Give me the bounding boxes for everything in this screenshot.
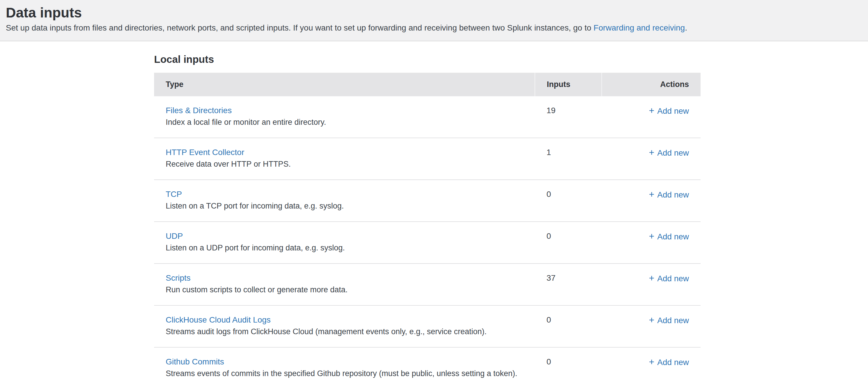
input-type-link[interactable]: Scripts [166,273,191,282]
input-type-link[interactable]: Files & Directories [166,106,232,115]
type-cell: Files & Directories Index a local file o… [154,96,535,138]
input-type-description: Streams events of commits in the specifi… [166,368,523,379]
column-header-inputs: Inputs [535,73,602,96]
inputs-table-body: Files & Directories Index a local file o… [154,96,701,388]
type-cell: HTTP Event Collector Receive data over H… [154,138,535,180]
inputs-count: 0 [535,180,602,221]
actions-cell: +Add new [602,347,701,388]
input-type-description: Receive data over HTTP or HTTPS. [166,158,523,170]
inputs-table: Type Inputs Actions Files & Directories … [154,73,701,388]
add-new-label: Add new [657,190,689,199]
page-title: Data inputs [6,5,859,21]
actions-cell: +Add new [602,138,701,180]
input-type-description: Index a local file or monitor an entire … [166,117,523,128]
page-subtitle: Set up data inputs from files and direct… [6,23,859,33]
type-cell: TCP Listen on a TCP port for incoming da… [154,180,535,221]
plus-icon: + [649,315,654,325]
input-type-description: Run custom scripts to collect or generat… [166,284,523,295]
inputs-count: 19 [535,96,602,138]
plus-icon: + [649,189,654,200]
plus-icon: + [649,231,654,241]
add-new-link[interactable]: +Add new [649,358,689,367]
input-type-description: Streams audit logs from ClickHouse Cloud… [166,326,523,337]
table-row: ClickHouse Cloud Audit Logs Streams audi… [154,305,701,347]
add-new-link[interactable]: +Add new [649,107,689,116]
table-row: Files & Directories Index a local file o… [154,96,701,138]
actions-cell: +Add new [602,221,701,264]
add-new-label: Add new [657,316,689,325]
add-new-link[interactable]: +Add new [649,316,689,325]
actions-cell: +Add new [602,305,701,347]
add-new-link[interactable]: +Add new [649,232,689,241]
column-header-type: Type [154,73,535,96]
type-cell: UDP Listen on a UDP port for incoming da… [154,221,535,264]
forwarding-and-receiving-link[interactable]: Forwarding and receiving [594,23,685,32]
add-new-link[interactable]: +Add new [649,148,689,157]
inputs-table-header: Type Inputs Actions [154,73,701,96]
actions-cell: +Add new [602,180,701,221]
input-type-link[interactable]: UDP [166,232,183,241]
plus-icon: + [649,273,654,283]
plus-icon: + [649,147,654,158]
inputs-count: 0 [535,221,602,264]
subtitle-period: . [685,23,687,32]
page-header: Data inputs Set up data inputs from file… [0,0,868,41]
add-new-label: Add new [657,107,689,116]
type-cell: Scripts Run custom scripts to collect or… [154,264,535,305]
input-type-description: Listen on a TCP port for incoming data, … [166,200,523,211]
add-new-link[interactable]: +Add new [649,274,689,283]
add-new-label: Add new [657,274,689,283]
type-cell: Github Commits Streams events of commits… [154,347,535,388]
add-new-label: Add new [657,148,689,157]
table-row: TCP Listen on a TCP port for incoming da… [154,180,701,221]
input-type-link[interactable]: Github Commits [166,357,224,366]
local-inputs-heading: Local inputs [154,54,868,65]
plus-icon: + [649,105,654,116]
inputs-count: 0 [535,305,602,347]
inputs-count: 1 [535,138,602,180]
actions-cell: +Add new [602,264,701,305]
inputs-count: 0 [535,347,602,388]
content-area: Local inputs Type Inputs Actions Files &… [0,54,868,388]
add-new-label: Add new [657,232,689,241]
actions-cell: +Add new [602,96,701,138]
add-new-label: Add new [657,358,689,367]
type-cell: ClickHouse Cloud Audit Logs Streams audi… [154,305,535,347]
add-new-link[interactable]: +Add new [649,190,689,199]
input-type-description: Listen on a UDP port for incoming data, … [166,242,523,253]
header-row: Type Inputs Actions [154,73,701,96]
inputs-count: 37 [535,264,602,305]
subtitle-text: Set up data inputs from files and direct… [6,23,594,32]
column-header-actions: Actions [602,73,701,96]
table-row: Github Commits Streams events of commits… [154,347,701,388]
input-type-link[interactable]: HTTP Event Collector [166,148,244,157]
plus-icon: + [649,357,654,367]
table-row: HTTP Event Collector Receive data over H… [154,138,701,180]
input-type-link[interactable]: TCP [166,190,182,199]
input-type-link[interactable]: ClickHouse Cloud Audit Logs [166,315,271,324]
table-row: UDP Listen on a UDP port for incoming da… [154,221,701,264]
table-row: Scripts Run custom scripts to collect or… [154,264,701,305]
